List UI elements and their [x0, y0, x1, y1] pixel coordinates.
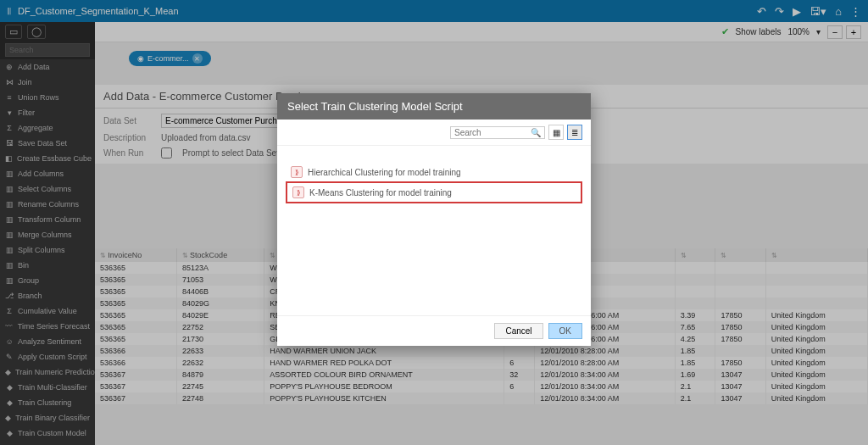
modal-search-wrap: 🔍	[450, 126, 545, 139]
grid-view-icon[interactable]: ▦	[548, 125, 564, 140]
script-label: K-Means Clustering for model training	[309, 188, 452, 197]
select-script-modal: Select Train Clustering Model Script 🔍 ▦…	[277, 93, 591, 346]
modal-title: Select Train Clustering Model Script	[277, 93, 591, 120]
modal-search-input[interactable]	[454, 128, 531, 137]
script-item-0[interactable]: ⟫Hierarchical Clustering for model train…	[286, 163, 582, 181]
search-icon[interactable]: 🔍	[531, 128, 541, 137]
modal-overlay: Select Train Clustering Model Script 🔍 ▦…	[0, 0, 868, 445]
cancel-button[interactable]: Cancel	[494, 323, 542, 339]
list-view-icon[interactable]: ≣	[567, 125, 582, 140]
script-badge-icon: ⟫	[292, 186, 304, 198]
script-label: Hierarchical Clustering for model traini…	[308, 168, 461, 177]
script-badge-icon: ⟫	[291, 166, 303, 178]
script-item-1[interactable]: ⟫K-Means Clustering for model training	[286, 181, 582, 203]
ok-button[interactable]: OK	[548, 323, 582, 339]
